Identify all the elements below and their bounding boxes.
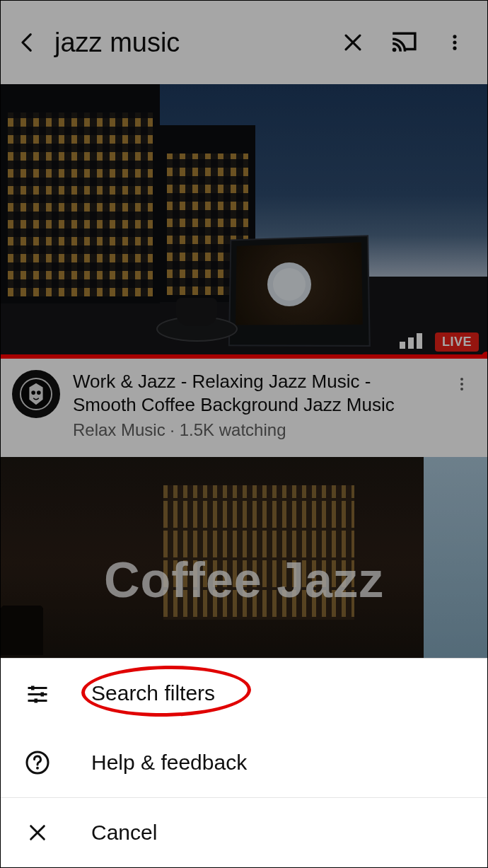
bottom-sheet-menu: Search filters Help & feedback Cancel	[1, 658, 487, 867]
video-thumbnail[interactable]: Coffee Jazz	[1, 457, 487, 669]
menu-item-label: Help & feedback	[91, 751, 247, 775]
help-icon	[23, 748, 52, 777]
svg-point-6	[37, 390, 41, 395]
video-list-item[interactable]: Coffee Jazz	[1, 457, 487, 669]
thumbnail-overlay-text: Coffee Jazz	[104, 552, 384, 608]
svg-point-1	[453, 35, 456, 38]
search-results: LIVE Work & Jazz - Relaxing Jazz Music -…	[1, 84, 487, 669]
menu-item-search-filters[interactable]: Search filters	[1, 659, 487, 728]
video-overflow-button[interactable]	[448, 370, 476, 398]
svg-point-0	[393, 47, 397, 52]
svg-point-2	[453, 40, 456, 44]
back-button[interactable]	[13, 28, 42, 57]
video-title: Work & Jazz - Relaxing Jazz Music - Smoo…	[73, 370, 435, 416]
svg-point-9	[460, 388, 463, 390]
video-list-item[interactable]: LIVE Work & Jazz - Relaxing Jazz Music -…	[1, 84, 487, 457]
cast-button[interactable]	[384, 23, 424, 62]
chevron-left-icon	[16, 30, 40, 54]
svg-rect-15	[35, 699, 38, 703]
more-vertical-icon	[445, 33, 465, 52]
cast-icon	[390, 29, 417, 56]
close-icon	[341, 30, 365, 54]
channel-avatar[interactable]	[12, 370, 60, 418]
menu-item-cancel[interactable]: Cancel	[1, 798, 487, 867]
svg-point-8	[460, 383, 463, 386]
menu-item-help-feedback[interactable]: Help & feedback	[1, 728, 487, 797]
svg-rect-13	[31, 686, 35, 690]
video-subtitle: Relax Music · 1.5K watching	[73, 420, 435, 440]
overflow-menu-button[interactable]	[435, 23, 475, 62]
live-progress-bar	[1, 354, 487, 359]
menu-item-label: Search filters	[91, 681, 215, 705]
svg-point-17	[36, 767, 39, 770]
clear-search-button[interactable]	[333, 23, 373, 62]
svg-point-5	[31, 390, 35, 395]
signal-icon	[400, 333, 422, 349]
avatar-icon	[20, 378, 52, 410]
live-badge: LIVE	[435, 332, 479, 352]
svg-point-3	[453, 47, 456, 50]
filter-icon	[23, 679, 52, 707]
search-query-text[interactable]: jazz music	[54, 28, 322, 58]
search-header: jazz music	[1, 1, 487, 84]
video-thumbnail[interactable]: LIVE	[1, 84, 487, 359]
menu-item-label: Cancel	[91, 821, 157, 845]
more-vertical-icon	[453, 376, 470, 393]
close-icon	[23, 818, 52, 847]
svg-point-7	[460, 378, 463, 381]
svg-rect-14	[41, 693, 45, 697]
